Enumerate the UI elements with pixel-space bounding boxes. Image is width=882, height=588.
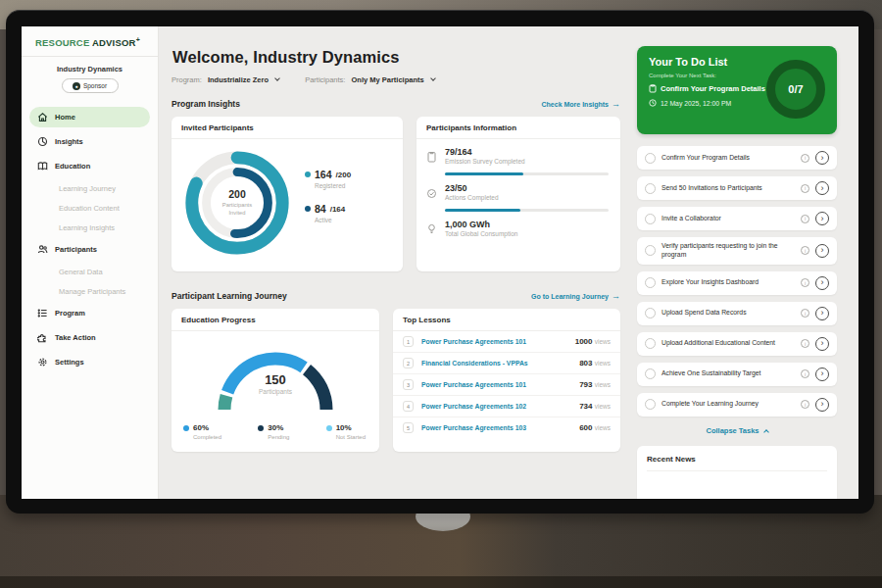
task-checkbox[interactable]: [645, 338, 656, 349]
sidebar-item-home[interactable]: Home: [29, 107, 150, 127]
chevron-right-button[interactable]: ›: [815, 244, 829, 258]
task-checkbox[interactable]: [645, 308, 656, 318]
chevron-right-button[interactable]: ›: [815, 151, 829, 165]
survey-icon: [426, 151, 437, 163]
task-row-send-invitations[interactable]: Send 50 Invitations to Participants i ›: [637, 176, 837, 200]
sidebar-item-insights[interactable]: Insights: [29, 131, 150, 152]
task-checkbox[interactable]: [645, 245, 656, 256]
consumption-label: Total Global Consumption: [445, 230, 517, 237]
views-count: 600: [579, 423, 592, 432]
info-icon[interactable]: i: [801, 339, 809, 348]
info-icon[interactable]: i: [801, 215, 809, 223]
active-total: /164: [330, 205, 346, 214]
task-row-invite-collaborator[interactable]: Invite a Collaborator i ›: [637, 207, 837, 230]
arrow-right-icon: →: [612, 99, 620, 109]
lesson-link[interactable]: Power Purchase Agreements 103: [421, 424, 571, 431]
info-icon[interactable]: i: [801, 246, 809, 255]
education-icon: [37, 161, 48, 172]
chevron-right-button[interactable]: ›: [815, 368, 829, 381]
info-icon[interactable]: i: [801, 184, 809, 193]
program-filter-label: Program:: [172, 75, 202, 84]
sidebar-item-general-data[interactable]: General Data: [29, 264, 150, 280]
sidebar-item-manage-participants[interactable]: Manage Participants: [29, 283, 150, 300]
views-count: 803: [579, 359, 592, 368]
sidebar-item-program[interactable]: Program: [29, 303, 150, 323]
rank-badge: 1: [403, 336, 414, 347]
participants-icon: [37, 244, 48, 255]
program-icon: [37, 308, 48, 318]
sidebar-item-learning-insights[interactable]: Learning Insights: [29, 220, 150, 236]
lesson-link[interactable]: Power Purchase Agreements 101: [421, 381, 571, 388]
collapse-label: Collapse Tasks: [706, 426, 759, 435]
participants-filter-label: Participants:: [305, 75, 345, 84]
todo-progress-ring: 0/7: [766, 60, 825, 119]
task-row-confirm-program[interactable]: Confirm Your Program Details i ›: [637, 146, 837, 170]
task-label: Verify participants requesting to join t…: [662, 242, 795, 260]
rank-badge: 5: [403, 422, 414, 433]
info-icon[interactable]: i: [801, 400, 809, 409]
sidebar-item-participants[interactable]: Participants: [29, 239, 150, 260]
sidebar-item-learning-journey[interactable]: Learning Journey: [29, 180, 150, 197]
sponsor-badge[interactable]: ● Sponsor: [62, 78, 119, 93]
program-filter[interactable]: Program: Industrialize Zero: [172, 75, 279, 84]
task-checkbox[interactable]: [645, 277, 656, 288]
participants-filter[interactable]: Participants: Only My Participants: [305, 75, 435, 84]
info-icon[interactable]: i: [801, 278, 809, 287]
completed-label: Completed: [193, 434, 221, 440]
chevron-right-button[interactable]: ›: [815, 307, 829, 320]
task-checkbox[interactable]: [645, 214, 656, 224]
info-icon[interactable]: i: [801, 369, 809, 378]
task-row-upload-educational-content[interactable]: Upload Additional Educational Content i …: [637, 332, 837, 356]
task-row-achieve-target[interactable]: Achieve One Sustainability Target i ›: [637, 363, 837, 386]
info-icon[interactable]: i: [801, 309, 809, 318]
chevron-down-icon: [274, 75, 280, 81]
collapse-tasks-link[interactable]: Collapse Tasks: [637, 426, 837, 435]
chevron-right-button[interactable]: ›: [815, 398, 829, 412]
logo-advisor: ADVISOR: [92, 37, 136, 48]
sidebar-item-settings[interactable]: Settings: [29, 352, 150, 372]
clock-icon: [649, 99, 657, 107]
task-label: Upload Additional Educational Content: [662, 339, 795, 348]
monitor-bezel: RESOURCE ADVISOR+ Industry Dynamics ● Sp…: [6, 10, 874, 514]
info-icon[interactable]: i: [801, 154, 809, 163]
lesson-link[interactable]: Power Purchase Agreements 102: [421, 403, 571, 410]
clipboard-icon: [649, 84, 657, 93]
rank-badge: 3: [403, 379, 414, 390]
chevron-right-button[interactable]: ›: [815, 337, 829, 351]
actions-icon: [426, 188, 437, 199]
todo-next-task: Confirm Your Program Details: [661, 84, 765, 93]
sidebar-item-education-content[interactable]: Education Content: [29, 200, 150, 217]
go-to-learning-journey-link[interactable]: Go to Learning Journey→: [531, 291, 620, 301]
chevron-right-button[interactable]: ›: [815, 276, 829, 290]
lesson-link[interactable]: Financial Considerations - VPPAs: [421, 360, 571, 367]
task-checkbox[interactable]: [645, 399, 656, 410]
take-action-icon: [37, 332, 48, 343]
participants-information-card: Participants Information 79/164 Emission…: [416, 117, 620, 271]
invited-donut-chart: 200 Participants Invited: [179, 145, 295, 261]
views-count: 1000: [575, 337, 593, 346]
task-row-upload-spend-data[interactable]: Upload Spend Data Records i ›: [637, 302, 837, 325]
sidebar-item-education[interactable]: Education: [29, 156, 150, 176]
card-title: Top Lessons: [393, 309, 620, 331]
task-row-complete-learning-journey[interactable]: Complete Your Learning Journey i ›: [637, 393, 837, 416]
sidebar-item-label: Program: [55, 309, 85, 318]
check-more-insights-link[interactable]: Check More Insights→: [542, 99, 620, 109]
chevron-right-button[interactable]: ›: [815, 212, 829, 225]
task-checkbox[interactable]: [645, 183, 656, 194]
recent-news-title: Recent News: [647, 455, 827, 471]
task-checkbox[interactable]: [645, 368, 656, 379]
education-gauge-chart: 150 Participants: [207, 339, 344, 416]
learning-journey-heading: Participant Learning Journey: [172, 291, 287, 301]
pending-pct: 30%: [268, 423, 289, 432]
chevron-right-button[interactable]: ›: [815, 181, 829, 195]
sidebar-item-take-action[interactable]: Take Action: [29, 327, 150, 348]
task-label: Invite a Collaborator: [662, 215, 795, 223]
lesson-link[interactable]: Power Purchase Agreements 101: [421, 338, 567, 345]
settings-icon: [37, 357, 48, 368]
task-checkbox[interactable]: [645, 153, 656, 164]
todo-panel: Your To Do List Complete Your Next Task:…: [632, 26, 858, 499]
rank-badge: 4: [403, 401, 414, 412]
task-row-explore-insights[interactable]: Explore Your Insights Dashboard i ›: [637, 271, 837, 295]
todo-due-date: 12 May 2025, 12:00 PM: [661, 100, 731, 107]
task-row-verify-participants[interactable]: Verify participants requesting to join t…: [637, 237, 837, 265]
